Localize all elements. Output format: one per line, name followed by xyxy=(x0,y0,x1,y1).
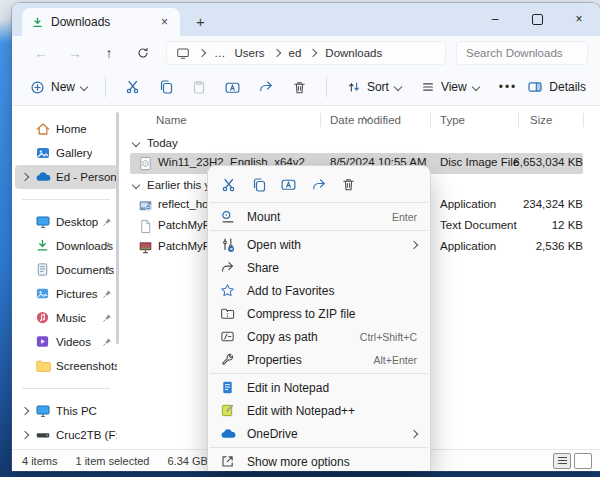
menu-item-show-more-options[interactable]: Show more options xyxy=(208,450,430,471)
disc-image-icon xyxy=(138,156,153,171)
sidebar-item-onedrive-personal[interactable]: Ed - Personal xyxy=(15,165,117,189)
copy-button[interactable] xyxy=(149,74,182,100)
sidebar-item-music[interactable]: Music xyxy=(15,306,117,330)
breadcrumb[interactable]: … Users ed Downloads xyxy=(166,41,446,65)
search-box[interactable] xyxy=(456,41,588,65)
sidebar-item-gallery[interactable]: Gallery xyxy=(15,141,117,165)
file-type: Application xyxy=(440,240,496,252)
column-header-type[interactable]: Type xyxy=(440,114,465,126)
share-button[interactable] xyxy=(249,74,282,100)
context-menu: Mount Enter Open with Share Add to Favor… xyxy=(207,165,431,471)
column-divider[interactable] xyxy=(583,113,584,127)
menu-item-share[interactable]: Share xyxy=(208,256,430,279)
menu-item-onedrive[interactable]: OneDrive xyxy=(208,422,430,445)
copy-button[interactable] xyxy=(245,172,272,197)
up-icon[interactable]: ↑ xyxy=(92,45,126,61)
menu-item-shortcut: Ctrl+Shift+C xyxy=(360,331,417,343)
new-button[interactable]: New xyxy=(22,80,95,95)
breadcrumb-overflow[interactable]: … xyxy=(214,47,226,59)
group-label: Today xyxy=(147,137,178,149)
sidebar-scrollbar[interactable] xyxy=(116,112,119,344)
column-header-size[interactable]: Size xyxy=(530,114,552,126)
delete-button[interactable] xyxy=(283,74,316,100)
home-icon xyxy=(35,121,51,137)
copy-icon xyxy=(251,177,267,193)
delete-button[interactable] xyxy=(335,172,362,197)
thumbnail-view-toggle[interactable] xyxy=(574,453,592,469)
column-divider[interactable] xyxy=(320,113,321,127)
minimize-button[interactable]: – xyxy=(474,3,516,35)
sidebar-item-pictures[interactable]: Pictures xyxy=(15,282,117,306)
sidebar-item-screenshots[interactable]: Screenshots xyxy=(15,354,117,378)
menu-item-label: Edit in Notepad xyxy=(247,381,417,395)
sidebar-item-label: This PC xyxy=(56,405,97,417)
share-icon xyxy=(258,79,274,95)
installer-icon xyxy=(138,198,153,213)
sidebar-item-drive-f[interactable]: Cruc2TB (F:) xyxy=(15,423,117,447)
collapse-chevron-icon[interactable] xyxy=(132,180,140,188)
menu-item-add-to-favorites[interactable]: Add to Favorites xyxy=(208,279,430,302)
paste-icon xyxy=(191,79,207,95)
breadcrumb-users[interactable]: Users xyxy=(235,47,265,59)
menu-item-mount[interactable]: Mount Enter xyxy=(208,205,430,228)
notepad-icon xyxy=(219,379,236,396)
share-button[interactable] xyxy=(305,172,332,197)
desktop-background: Downloads × + – × ← → ↑ … xyxy=(0,0,600,477)
navigation-pane: Home Gallery Ed - Personal Desktop xyxy=(12,106,120,449)
text-file-icon xyxy=(138,219,153,234)
sidebar-item-documents[interactable]: Documents xyxy=(15,258,117,282)
group-header-today[interactable]: Today xyxy=(120,132,600,153)
cut-button[interactable] xyxy=(215,172,242,197)
column-header-name[interactable]: Name xyxy=(156,114,187,126)
sidebar-item-this-pc[interactable]: This PC xyxy=(15,399,117,423)
sidebar-item-videos[interactable]: Videos xyxy=(15,330,117,354)
menu-item-properties[interactable]: Properties Alt+Enter xyxy=(208,348,430,371)
sort-button[interactable]: Sort xyxy=(337,80,411,94)
new-tab-button[interactable]: + xyxy=(196,13,205,30)
search-input[interactable] xyxy=(464,46,580,60)
sidebar-item-home[interactable]: Home xyxy=(15,117,117,141)
back-icon[interactable]: ← xyxy=(24,45,58,61)
see-more-button[interactable]: ••• xyxy=(489,80,528,94)
rename-button[interactable] xyxy=(275,172,302,197)
menu-item-edit-with-notepadpp[interactable]: Edit with Notepad++ xyxy=(208,399,430,422)
share-icon xyxy=(311,177,327,193)
expand-chevron-icon[interactable] xyxy=(20,431,28,439)
column-divider[interactable] xyxy=(430,113,431,127)
menu-item-copy-as-path[interactable]: Copy as path Ctrl+Shift+C xyxy=(208,325,430,348)
breadcrumb-ed[interactable]: ed xyxy=(289,47,302,59)
share-icon xyxy=(219,259,236,276)
menu-item-label: Compress to ZIP file xyxy=(247,307,417,321)
menu-item-compress-zip[interactable]: Compress to ZIP file xyxy=(208,302,430,325)
menu-item-label: Open with xyxy=(247,238,400,252)
plus-circle-icon xyxy=(30,80,45,95)
sidebar-item-label: Desktop xyxy=(56,216,98,228)
breadcrumb-downloads[interactable]: Downloads xyxy=(325,47,382,59)
show-more-icon xyxy=(219,453,236,470)
paste-button[interactable] xyxy=(183,74,216,100)
submenu-chevron-icon xyxy=(410,429,418,437)
tab-close-icon[interactable]: × xyxy=(158,15,171,29)
forward-icon[interactable]: → xyxy=(58,45,92,61)
sidebar-item-downloads[interactable]: Downloads xyxy=(15,234,117,258)
submenu-chevron-icon xyxy=(410,240,418,248)
maximize-button[interactable] xyxy=(516,3,558,35)
zip-folder-icon xyxy=(219,305,236,322)
expand-chevron-icon[interactable] xyxy=(20,173,28,181)
menu-item-edit-in-notepad[interactable]: Edit in Notepad xyxy=(208,376,430,399)
menu-item-open-with[interactable]: Open with xyxy=(208,233,430,256)
refresh-icon[interactable] xyxy=(126,46,160,60)
expand-chevron-icon[interactable] xyxy=(20,407,28,415)
collapse-chevron-icon[interactable] xyxy=(132,138,140,146)
pin-icon xyxy=(102,241,112,251)
toolbar-divider xyxy=(105,77,106,97)
sidebar-item-desktop[interactable]: Desktop xyxy=(15,210,117,234)
view-button[interactable]: View xyxy=(411,80,489,94)
column-divider[interactable] xyxy=(518,113,519,127)
details-pane-button[interactable]: Details xyxy=(527,79,590,95)
details-view-toggle[interactable] xyxy=(553,453,571,469)
rename-button[interactable] xyxy=(216,74,249,100)
close-button[interactable]: × xyxy=(558,3,600,35)
tab-downloads[interactable]: Downloads × xyxy=(22,8,180,36)
cut-button[interactable] xyxy=(116,74,149,100)
